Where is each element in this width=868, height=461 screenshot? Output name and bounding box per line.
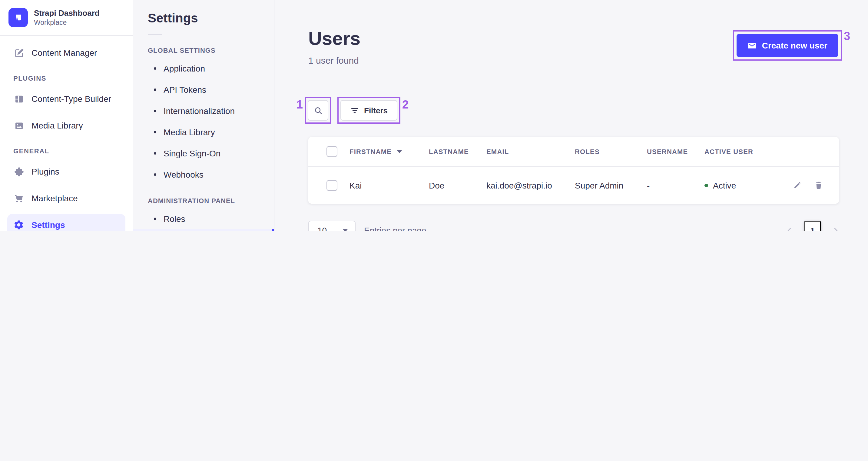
column-header-firstname[interactable]: FIRSTNAME — [349, 148, 429, 155]
subnav-title: Settings — [148, 11, 274, 25]
subnav-item-single-sign-on[interactable]: Single Sign-On — [133, 142, 274, 164]
subnav-item-webhooks[interactable]: Webhooks — [133, 164, 274, 185]
list-toolbar: 1 2 Filters — [308, 97, 839, 124]
subnav-item-application[interactable]: Application — [133, 58, 274, 79]
users-table: FIRSTNAME LASTNAME EMAIL ROLES USERNAME … — [308, 137, 839, 204]
subnav-section-administration-panel: ADMINISTRATION PANEL — [148, 197, 259, 204]
page-title-block: Users 1 user found — [308, 28, 361, 65]
edit-user-button[interactable] — [792, 179, 803, 191]
workspace-subtitle: Workplace — [34, 18, 100, 27]
feather-pen-icon — [13, 48, 24, 58]
sidebar-section-general: GENERAL — [13, 147, 125, 154]
workspace-title: Strapi Dashboard — [34, 8, 100, 18]
sidebar-item-label: Content Manager — [31, 48, 97, 58]
active-status-dot-icon — [705, 183, 708, 187]
cell-lastname: Doe — [429, 180, 486, 190]
page-title: Users — [308, 28, 361, 50]
entries-per-page-value: 10 — [317, 226, 327, 231]
bullet-icon — [154, 152, 156, 154]
entries-per-page-label: Entries per page — [364, 226, 426, 231]
users-count-text: 1 user found — [308, 55, 361, 65]
bullet-icon — [154, 217, 156, 220]
sidebar-item-label: Content-Type Builder — [31, 94, 111, 104]
row-checkbox[interactable] — [327, 180, 337, 191]
column-header-email[interactable]: EMAIL — [486, 148, 575, 155]
cell-roles: Super Admin — [575, 180, 647, 190]
subnav-list-global-settings: Application API Tokens Internationalizat… — [133, 58, 274, 185]
entries-per-page-select[interactable]: 10 — [308, 221, 355, 231]
previous-page-button[interactable] — [786, 227, 793, 231]
subnav-item-api-tokens[interactable]: API Tokens — [133, 79, 274, 100]
subnav-item-admin-users[interactable]: Users — [133, 229, 274, 231]
sidebar-item-label: Marketplace — [31, 193, 78, 203]
row-actions — [792, 179, 825, 191]
sidebar-section-plugins: PLUGINS — [13, 75, 125, 82]
filters-label: Filters — [364, 106, 388, 115]
column-header-username[interactable]: USERNAME — [647, 148, 705, 155]
subnav-item-admin-roles[interactable]: Roles — [133, 208, 274, 229]
workspace-brand[interactable]: Strapi Dashboard Workplace — [0, 0, 133, 36]
page-controls: 1 — [786, 221, 839, 231]
subnav-divider — [148, 34, 162, 34]
create-new-user-label: Create new user — [762, 40, 828, 50]
subnav-item-internationalization[interactable]: Internationalization — [133, 100, 274, 121]
select-all-checkbox[interactable] — [327, 146, 337, 157]
annotation-number-2: 2 — [402, 99, 408, 110]
pencil-icon — [793, 181, 802, 190]
page-header: Users 1 user found 3 Create new user — [308, 28, 839, 65]
users-page: Users 1 user found 3 Create new user — [274, 0, 868, 231]
chevron-left-icon — [786, 227, 793, 231]
table-header-row: FIRSTNAME LASTNAME EMAIL ROLES USERNAME … — [308, 137, 839, 166]
filters-button[interactable]: Filters — [340, 100, 397, 121]
search-button[interactable] — [308, 100, 328, 121]
picture-icon — [13, 120, 24, 131]
cell-username: - — [647, 180, 705, 190]
table-row[interactable]: Kai Doe kai.doe@strapi.io Super Admin - … — [308, 166, 839, 204]
trash-icon — [814, 181, 823, 190]
column-header-roles[interactable]: ROLES — [575, 148, 647, 155]
envelope-icon — [747, 41, 756, 50]
gear-icon — [13, 220, 24, 230]
bullet-icon — [154, 109, 156, 112]
cell-email: kai.doe@strapi.io — [486, 180, 575, 190]
column-header-lastname[interactable]: LASTNAME — [429, 148, 486, 155]
bullet-icon — [154, 173, 156, 175]
strapi-logo-icon — [8, 8, 28, 27]
annotation-number-1: 1 — [297, 99, 303, 110]
screenshot-stage: Strapi Dashboard Workplace Content Manag… — [0, 0, 868, 231]
sidebar-item-content-type-builder[interactable]: Content-Type Builder — [7, 88, 125, 110]
page-1-button[interactable]: 1 — [804, 221, 822, 231]
filter-icon — [350, 106, 359, 115]
delete-user-button[interactable] — [813, 179, 825, 191]
cell-firstname: Kai — [349, 180, 429, 190]
sidebar-item-settings[interactable]: Settings — [7, 214, 125, 231]
create-new-user-button[interactable]: Create new user — [737, 34, 838, 57]
sidebar-item-label: Media Library — [31, 121, 83, 130]
caret-down-icon — [343, 229, 348, 231]
sidebar-item-content-manager[interactable]: Content Manager — [7, 42, 125, 64]
layout-icon — [13, 94, 24, 104]
sidebar-item-marketplace[interactable]: Marketplace — [7, 187, 125, 209]
puzzle-icon — [13, 166, 24, 177]
strapi-admin-app: Strapi Dashboard Workplace Content Manag… — [0, 0, 868, 231]
pagination-bar: 10 Entries per page 1 — [308, 221, 839, 231]
sidebar-item-plugins[interactable]: Plugins — [7, 161, 125, 182]
annotation-box-1: 1 — [305, 97, 331, 124]
annotation-box-3: 3 Create new user — [733, 30, 842, 61]
settings-subnav: Settings GLOBAL SETTINGS Application API… — [133, 0, 274, 231]
brand-text: Strapi Dashboard Workplace — [34, 8, 100, 27]
status-badge: Active — [705, 180, 776, 190]
bullet-icon — [154, 131, 156, 133]
next-page-button[interactable] — [832, 227, 839, 231]
annotation-box-2: 2 Filters — [337, 97, 400, 124]
bullet-icon — [154, 67, 156, 69]
sidebar-item-media-library[interactable]: Media Library — [7, 115, 125, 136]
subnav-list-administration-panel: Roles Users — [133, 208, 274, 231]
sort-descending-icon[interactable] — [397, 150, 402, 153]
main-sidebar: Strapi Dashboard Workplace Content Manag… — [0, 0, 133, 231]
column-header-active-user[interactable]: ACTIVE USER — [705, 148, 776, 155]
subnav-item-media-library[interactable]: Media Library — [133, 121, 274, 142]
sidebar-item-label: Plugins — [31, 167, 59, 176]
status-label: Active — [713, 180, 736, 190]
subnav-section-global-settings: GLOBAL SETTINGS — [148, 47, 259, 54]
